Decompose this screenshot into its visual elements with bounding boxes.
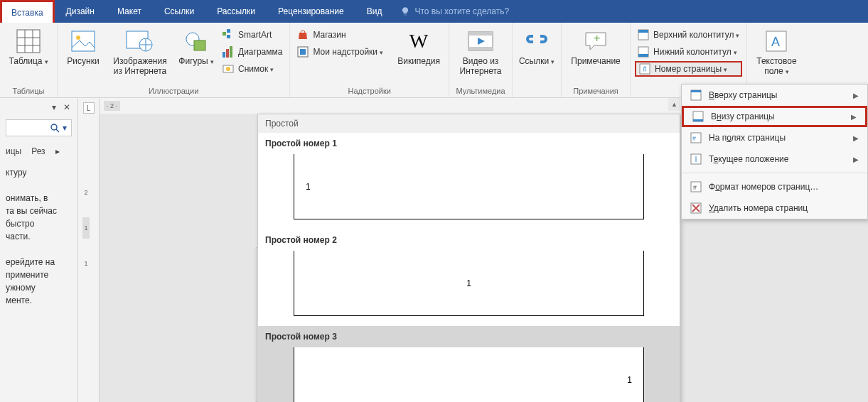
smartart-icon: [223, 29, 234, 40]
link-icon: [523, 27, 551, 55]
chart-icon: [223, 46, 234, 58]
nav-tab-results[interactable]: Рез: [31, 146, 45, 156]
tell-me[interactable]: Что вы хотите сделать?: [400, 6, 509, 16]
table-icon: [14, 27, 43, 55]
table-label: Таблица: [9, 57, 48, 67]
nav-tab-pages[interactable]: ицы: [6, 146, 21, 156]
header-icon: [638, 29, 649, 40]
svg-rect-23: [468, 47, 493, 50]
video-button[interactable]: Видео из Интернета: [454, 24, 508, 77]
nav-collapse-icon[interactable]: ▾: [52, 102, 56, 112]
gallery-item-3[interactable]: Простой номер 3 1: [258, 326, 680, 402]
page-number-label: Номер страницы: [655, 64, 727, 74]
group-addins-label: Надстройки: [348, 85, 391, 97]
gallery-item-1-preview: 1: [294, 154, 644, 219]
lightbulb-icon: [400, 6, 410, 16]
video-label: Видео из Интернета: [460, 57, 502, 77]
pn-remove[interactable]: Удалить номера страниц: [682, 197, 867, 219]
nav-text-2: онимать, в та вы сейчас быстро части.: [6, 192, 72, 243]
online-pictures-button[interactable]: Изображения из Интернета: [107, 24, 173, 77]
screenshot-label: Снимок: [238, 64, 274, 74]
screenshot-button[interactable]: Снимок: [220, 61, 285, 77]
chevron-right-icon: ▶: [853, 134, 859, 142]
store-icon: [297, 29, 309, 40]
wikipedia-button[interactable]: W Википедия: [393, 24, 444, 67]
svg-text:+: +: [594, 32, 600, 44]
pn-margins-icon: #: [690, 132, 702, 143]
tab-stop-icon[interactable]: L: [83, 102, 95, 114]
online-pictures-icon: [126, 27, 154, 55]
pictures-button[interactable]: Рисунки: [62, 24, 105, 67]
svg-rect-28: [638, 54, 648, 57]
header-button[interactable]: Верхний колонтитул: [635, 27, 742, 43]
svg-text:A: A: [771, 35, 780, 49]
group-illustrations-label: Иллюстрации: [149, 85, 198, 97]
pn-format[interactable]: # Формат номеров страниц…: [682, 176, 867, 197]
gallery-item-2-title: Простой номер 2: [265, 235, 673, 245]
store-label: Магазин: [313, 30, 345, 40]
nav-tab-more[interactable]: ▸: [55, 146, 60, 156]
tab-review[interactable]: Рецензирование: [267, 0, 355, 23]
svg-line-34: [56, 129, 59, 132]
wikipedia-icon: W: [404, 27, 433, 55]
navigation-pane: ▾ ✕ ▾ ицы Рез ▸ ктуру онимать, в та вы с…: [0, 98, 78, 402]
scroll-up-icon[interactable]: ▲: [668, 98, 680, 111]
links-label: Ссылки: [519, 57, 554, 67]
tab-layout[interactable]: Макет: [106, 0, 153, 23]
links-button[interactable]: Ссылки: [517, 24, 557, 67]
chart-label: Диаграмма: [238, 47, 282, 57]
ruler-corner: L 2 1 1: [78, 98, 100, 402]
menu-separator: [682, 173, 867, 173]
pn-remove-label: Удалить номера страниц: [709, 203, 808, 213]
chevron-right-icon: ▶: [851, 113, 857, 121]
footer-label: Нижний колонтитул: [653, 47, 737, 57]
tab-insert[interactable]: Вставка: [0, 0, 55, 23]
tab-view[interactable]: Вид: [355, 0, 394, 23]
ribbon-tabs: Вставка Дизайн Макет Ссылки Рассылки Рец…: [0, 0, 868, 23]
gallery-item-1-title: Простой номер 1: [265, 138, 673, 148]
shapes-label: Фигуры: [178, 57, 213, 67]
chart-button[interactable]: Диаграмма: [220, 44, 285, 60]
group-media: Видео из Интернета Мультимедиа: [449, 23, 513, 97]
comment-icon: +: [582, 27, 610, 55]
svg-text:#: #: [643, 65, 647, 73]
gallery-item-1[interactable]: Простой номер 1 1: [258, 133, 680, 229]
tab-design[interactable]: Дизайн: [55, 0, 106, 23]
store-button[interactable]: Магазин: [294, 27, 386, 43]
tab-mailings[interactable]: Рассылки: [205, 0, 267, 23]
group-links: Ссылки: [513, 23, 562, 97]
nav-close-icon[interactable]: ✕: [63, 102, 70, 112]
tab-references[interactable]: Ссылки: [153, 0, 205, 23]
gallery-item-2-preview: 1: [294, 251, 644, 316]
svg-rect-5: [72, 31, 95, 51]
header-label: Верхний колонтитул: [653, 30, 739, 40]
pn-current-label: Текущее положение: [709, 154, 788, 164]
table-button[interactable]: Таблица: [4, 24, 53, 67]
comment-button[interactable]: + Примечание: [566, 24, 626, 67]
gallery-item-2[interactable]: Простой номер 2 1: [258, 229, 680, 326]
pn-page-margins[interactable]: # На полях страницы ▶: [682, 127, 867, 148]
screenshot-icon: [223, 63, 234, 75]
svg-rect-36: [691, 90, 701, 92]
chevron-right-icon: ▶: [853, 92, 859, 99]
myaddins-button[interactable]: Мои надстройки: [294, 44, 386, 60]
shapes-button[interactable]: Фигуры: [176, 24, 217, 67]
page-number-button[interactable]: #Номер страницы: [635, 61, 742, 77]
pn-bottom-of-page[interactable]: Внизу страницы ▶: [682, 106, 867, 127]
svg-point-33: [51, 124, 57, 130]
nav-search[interactable]: ▾: [6, 119, 72, 136]
svg-rect-38: [693, 119, 703, 121]
svg-text:#: #: [692, 135, 696, 142]
footer-button[interactable]: Нижний колонтитул: [635, 44, 742, 60]
pn-top-icon: [690, 89, 702, 101]
svg-rect-13: [227, 35, 230, 38]
footer-icon: [638, 46, 649, 58]
textbox-button[interactable]: A Текстовое поле: [751, 24, 801, 77]
smartart-button[interactable]: SmartArt: [220, 27, 285, 43]
svg-rect-0: [17, 30, 40, 53]
group-tables-label: Таблицы: [13, 85, 45, 97]
pictures-icon: [69, 27, 97, 55]
pn-top-of-page[interactable]: Вверху страницы ▶: [682, 85, 867, 106]
svg-rect-14: [223, 52, 225, 58]
pn-current-position[interactable]: Текущее положение ▶: [682, 148, 867, 170]
